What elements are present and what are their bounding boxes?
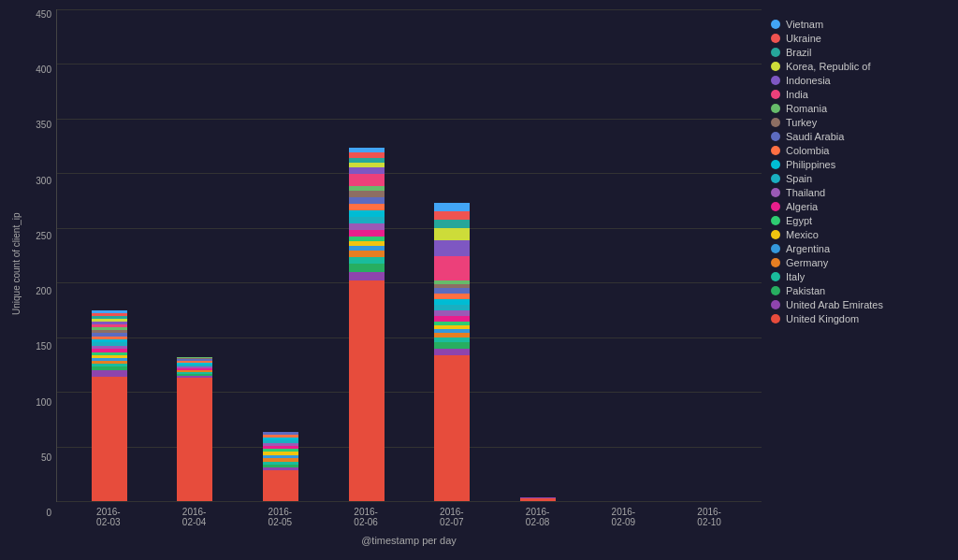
bar-segment — [434, 240, 470, 256]
legend-label: Philippines — [786, 159, 835, 170]
legend-item: Philippines — [771, 159, 939, 170]
legend-item: Egypt — [771, 215, 939, 226]
legend-item: Spain — [771, 173, 939, 184]
legend-label: Colombia — [786, 145, 829, 156]
legend-item: Algeria — [771, 201, 939, 212]
bars-wrapper — [57, 9, 762, 501]
legend-label: Indonesia — [786, 75, 831, 86]
bar-segment — [92, 370, 127, 377]
bar-segment — [177, 378, 212, 501]
legend-dot — [771, 188, 780, 197]
legend-item: Colombia — [771, 145, 939, 156]
legend-dot — [771, 216, 780, 225]
legend-label: Saudi Arabia — [786, 131, 844, 142]
legend-dot — [771, 244, 780, 253]
bar-segment — [349, 210, 385, 217]
legend-item: Pakistan — [771, 285, 939, 296]
y-tick-label: 50 — [41, 452, 51, 463]
y-axis-title: Unique count of client_ip — [9, 9, 23, 518]
bar-segment — [92, 377, 127, 501]
x-tick-label: 2016-02-10 — [690, 507, 728, 535]
y-tick-label: 0 — [46, 508, 51, 518]
legend-dot — [771, 202, 780, 211]
legend: VietnamUkraineBrazilKorea, Republic ofIn… — [762, 9, 949, 551]
legend-item: Romania — [771, 103, 939, 114]
legend-label: Vietnam — [786, 19, 823, 30]
bar-group — [519, 497, 557, 501]
bar-segment — [349, 167, 385, 174]
y-tick-label: 250 — [36, 231, 51, 241]
legend-item: Italy — [771, 271, 939, 282]
legend-label: Ukraine — [786, 33, 821, 44]
legend-dot — [771, 286, 780, 295]
legend-dot — [771, 258, 780, 267]
y-tick-label: 400 — [36, 65, 51, 75]
legend-dot — [771, 314, 780, 323]
y-axis-ticks: 450400350300250200150100500 — [23, 9, 56, 551]
x-axis: 2016-02-032016-02-042016-02-052016-02-06… — [56, 502, 762, 535]
bar-group — [262, 432, 299, 501]
x-axis-title: @timestamp per day — [56, 535, 762, 551]
legend-dot — [771, 62, 780, 71]
bar-segment — [263, 470, 298, 501]
legend-item: Germany — [771, 257, 939, 268]
legend-dot — [771, 20, 780, 29]
legend-item: Ukraine — [771, 33, 939, 44]
legend-label: United Kingdom — [786, 313, 859, 324]
legend-dot — [771, 300, 780, 309]
bar-segment — [434, 228, 470, 240]
legend-label: Brazil — [786, 47, 812, 58]
legend-dot — [771, 272, 780, 281]
bar-segment — [434, 342, 470, 349]
legend-label: Algeria — [786, 201, 818, 212]
x-tick-label: 2016-02-09 — [604, 507, 642, 535]
legend-label: India — [786, 89, 808, 100]
legend-item: Thailand — [771, 187, 939, 198]
bar-segment — [349, 280, 385, 501]
legend-item: United Kingdom — [771, 313, 939, 324]
bar-segment — [349, 251, 385, 257]
legend-item: United Arab Emirates — [771, 299, 939, 310]
x-tick-label: 2016-02-04 — [176, 507, 213, 535]
legend-item: Vietnam — [771, 19, 939, 30]
bar-segment — [520, 498, 556, 501]
legend-dot — [771, 146, 780, 155]
bar-group — [348, 148, 385, 501]
legend-dot — [771, 90, 780, 99]
chart-area: Unique count of client_ip 45040035030025… — [9, 9, 949, 551]
legend-label: Mexico — [786, 229, 819, 240]
plot-and-legend: 2016-02-032016-02-042016-02-052016-02-06… — [56, 9, 949, 551]
legend-dot — [771, 118, 780, 127]
bar-segment — [349, 223, 385, 230]
x-tick-label: 2016-02-07 — [433, 507, 471, 535]
legend-label: United Arab Emirates — [786, 299, 883, 310]
legend-label: Turkey — [786, 117, 817, 128]
bar-segment — [434, 355, 470, 501]
legend-item: Brazil — [771, 47, 939, 58]
x-tick-label: 2016-02-08 — [519, 507, 557, 535]
legend-label: Germany — [786, 257, 828, 268]
bar-segment — [349, 272, 385, 280]
bar-segment — [434, 211, 470, 220]
y-tick-label: 350 — [36, 120, 51, 130]
bar-segment — [349, 257, 385, 264]
legend-dot — [771, 230, 780, 239]
x-tick-label: 2016-02-06 — [347, 507, 385, 535]
bar-segment — [349, 230, 385, 237]
bar-segment — [434, 203, 470, 211]
legend-item: India — [771, 89, 939, 100]
legend-label: Romania — [786, 103, 827, 114]
plot-area: 2016-02-032016-02-042016-02-052016-02-06… — [56, 9, 762, 551]
bar-segment — [349, 264, 385, 272]
bar-group — [91, 310, 128, 501]
bars-section — [56, 9, 762, 502]
legend-item: Saudi Arabia — [771, 131, 939, 142]
legend-label: Italy — [786, 271, 805, 282]
bar-segment — [349, 197, 385, 204]
bar-group — [176, 357, 213, 501]
legend-item: Indonesia — [771, 75, 939, 86]
bar-segment — [434, 349, 470, 355]
y-tick-label: 150 — [36, 341, 51, 352]
legend-label: Pakistan — [786, 285, 825, 296]
legend-dot — [771, 104, 780, 113]
